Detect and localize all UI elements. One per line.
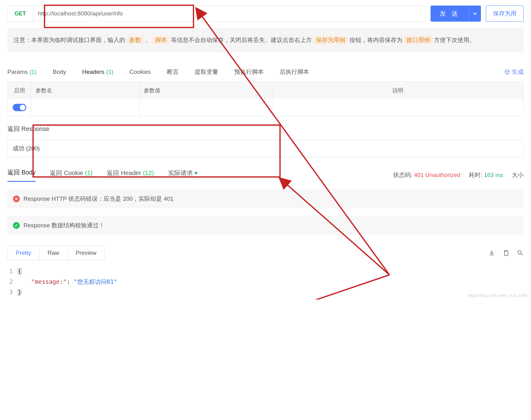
tab-body[interactable]: Body xyxy=(53,69,66,75)
format-tabs: Pretty Raw Preview xyxy=(7,246,105,260)
resp-tab-cookie[interactable]: 返回 Cookie (1) xyxy=(50,169,92,182)
status-label: 状态码: 401 Unauthorized xyxy=(393,171,461,179)
ok-message: ✓ Response 数据结构校验通过！ xyxy=(7,216,524,235)
fmt-preview[interactable]: Preview xyxy=(68,246,105,260)
tab-prescript[interactable]: 预执行脚本 xyxy=(234,68,264,76)
response-title: 返回 Response xyxy=(0,116,531,137)
tab-assert[interactable]: 断言 xyxy=(167,68,179,76)
enable-toggle[interactable] xyxy=(13,104,26,111)
download-icon[interactable] xyxy=(488,250,495,256)
pill-case: 接口用例 xyxy=(404,36,432,44)
resp-tab-header[interactable]: 返回 Header (12) xyxy=(107,169,154,182)
save-as-button[interactable]: 保存为用 xyxy=(486,6,524,22)
chevron-down-icon xyxy=(473,11,477,16)
generate-link[interactable]: 生成 xyxy=(504,68,524,76)
notice-text: 注意：本界面为临时调试接口界面，输入的 xyxy=(14,37,127,43)
col-enable: 启用 xyxy=(8,82,31,99)
pill-params: 参数 xyxy=(127,36,143,44)
response-body: 123 { "message:": "您无权访问01" } xyxy=(7,264,524,300)
send-button[interactable]: 发 送 xyxy=(431,6,469,22)
request-tabs: Params (1) Body Headers (1) Cookies 断言 提… xyxy=(0,68,531,76)
col-desc: 说明 xyxy=(272,82,523,99)
headers-table: 启用 参数名 参数值 说明 xyxy=(7,82,524,116)
header-desc-input[interactable] xyxy=(272,99,523,116)
search-icon[interactable] xyxy=(517,250,524,256)
header-name-input[interactable] xyxy=(31,99,139,116)
watermark: https://blog.csdn.net/u_hua_1993 xyxy=(468,293,527,298)
url-input[interactable] xyxy=(33,6,426,22)
tab-cookies[interactable]: Cookies xyxy=(130,69,151,75)
resp-tab-actual[interactable]: 实际请求 xyxy=(168,169,197,182)
http-method[interactable]: GET xyxy=(7,6,33,22)
col-value: 参数值 xyxy=(139,82,272,99)
col-name: 参数名 xyxy=(31,82,139,99)
dot-icon xyxy=(195,172,197,174)
tab-params[interactable]: Params (1) xyxy=(7,69,37,75)
fmt-raw[interactable]: Raw xyxy=(40,246,68,260)
error-icon: ✕ xyxy=(13,195,20,202)
table-row xyxy=(8,99,523,116)
resp-tab-body[interactable]: 返回 Body xyxy=(7,168,36,182)
response-tabs: 返回 Body 返回 Cookie (1) 返回 Header (12) 实际请… xyxy=(0,157,531,182)
size-label: 大小 xyxy=(512,171,524,179)
pill-save: 保存为用例 xyxy=(313,36,348,44)
pill-script: 脚本 xyxy=(153,36,169,44)
notice-banner: 注意：本界面为临时调试接口界面，输入的 参数 、 脚本 等信息不会自动保存，关闭… xyxy=(7,28,524,52)
fmt-pretty[interactable]: Pretty xyxy=(8,246,40,260)
svg-rect-0 xyxy=(504,252,508,256)
tab-postscript[interactable]: 后执行脚本 xyxy=(280,68,309,76)
cube-icon xyxy=(504,69,510,75)
check-icon: ✓ xyxy=(13,222,20,229)
response-select[interactable]: 成功 (200) xyxy=(7,140,524,157)
error-message: ✕ Response HTTP 状态码错误：应当是 200，实际却是 401 xyxy=(7,189,524,208)
time-label: 耗时: 163 ms xyxy=(469,171,503,179)
header-value-input[interactable] xyxy=(139,99,272,116)
svg-point-1 xyxy=(518,251,521,254)
send-dropdown[interactable] xyxy=(469,6,481,22)
tab-extract[interactable]: 提取变量 xyxy=(195,68,218,76)
tab-headers[interactable]: Headers (1) xyxy=(82,69,113,75)
copy-icon[interactable] xyxy=(503,250,509,256)
